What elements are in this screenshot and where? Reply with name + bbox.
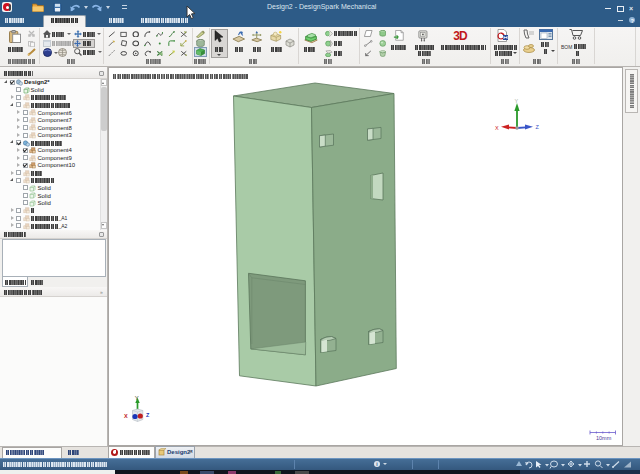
svg-text:Z: Z <box>146 412 150 418</box>
svg-text:X: X <box>495 125 499 131</box>
svg-text:X: X <box>124 413 128 419</box>
svg-text:Z: Z <box>536 124 540 130</box>
svg-text:Y: Y <box>135 395 139 401</box>
svg-text:Y: Y <box>515 98 519 104</box>
svg-text:10mm: 10mm <box>596 435 612 441</box>
